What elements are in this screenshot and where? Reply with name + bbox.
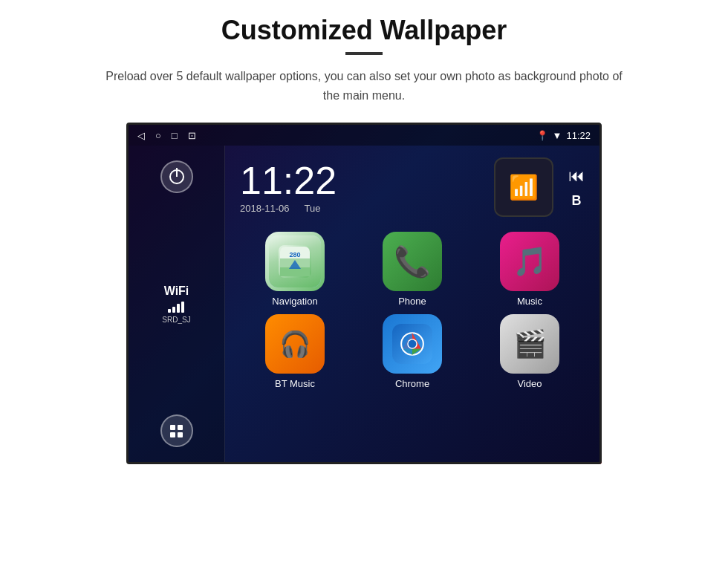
center-content: 11:22 2018-11-06 Tue 📶 ⏮ B <box>225 146 599 462</box>
svg-text:280: 280 <box>289 251 300 258</box>
wifi-bar-4 <box>181 302 184 313</box>
music-icon: 🎵 <box>500 232 559 291</box>
status-bar: ◁ ○ □ ⊡ 📍 ▼ 11:22 <box>129 125 599 146</box>
grid-dot <box>170 425 175 430</box>
app-item-btmusic[interactable]: 🎧 BT Music <box>240 314 350 389</box>
wifi-bars <box>162 301 190 313</box>
back-icon[interactable]: ◁ <box>137 130 145 141</box>
page-title: Customized Wallpaper <box>221 15 507 46</box>
power-button[interactable] <box>160 160 193 193</box>
app-item-music[interactable]: 🎵 Music <box>475 232 585 307</box>
wifi-section: WiFi SRD_SJ <box>162 284 190 324</box>
music-symbol: 🎵 <box>513 245 547 278</box>
chrome-label: Chrome <box>395 378 429 389</box>
video-label: Video <box>517 378 542 389</box>
clock-day-value: Tue <box>305 203 321 214</box>
grid-dot <box>178 425 183 430</box>
android-screen: ◁ ○ □ ⊡ 📍 ▼ 11:22 <box>126 123 602 464</box>
grid-dot <box>178 432 183 437</box>
app-grid: 280 Navigation 📞 <box>225 224 599 397</box>
phone-symbol: 📞 <box>394 244 431 279</box>
chrome-icon <box>383 314 442 374</box>
bluetooth-icon[interactable]: B <box>572 193 582 209</box>
apps-grid-button[interactable] <box>160 414 193 447</box>
page-container: Customized Wallpaper Preload over 5 defa… <box>0 0 728 563</box>
title-divider <box>345 52 383 55</box>
clock-date: 2018-11-06 Tue <box>240 203 479 214</box>
wifi-signal-icon: 📶 <box>509 173 539 201</box>
top-section: 11:22 2018-11-06 Tue 📶 ⏮ B <box>225 146 599 224</box>
status-bar-right: 📍 ▼ 11:22 <box>536 130 591 141</box>
navigation-icon: 280 <box>265 232 325 291</box>
wifi-bar-2 <box>172 307 175 313</box>
wifi-label: WiFi <box>162 284 190 298</box>
grid-dot <box>170 432 175 437</box>
top-right-icons: ⏮ B <box>568 166 585 209</box>
page-description: Preload over 5 default wallpaper options… <box>104 67 624 105</box>
status-time: 11:22 <box>566 130 591 141</box>
phone-icon: 📞 <box>383 232 442 291</box>
prev-track-icon[interactable]: ⏮ <box>568 166 585 186</box>
btmusic-icon: 🎧 <box>265 314 325 374</box>
screenshot-icon[interactable]: ⊡ <box>188 130 196 141</box>
app-item-navigation[interactable]: 280 Navigation <box>240 232 350 307</box>
wifi-name: SRD_SJ <box>162 316 190 324</box>
bluetooth-symbol: 🎧 <box>279 329 311 359</box>
recents-icon[interactable]: □ <box>172 130 178 141</box>
btmusic-label: BT Music <box>275 378 315 389</box>
clock-time: 11:22 <box>240 161 479 200</box>
music-label: Music <box>517 296 542 307</box>
phone-label: Phone <box>398 296 426 307</box>
sidebar: WiFi SRD_SJ <box>129 146 225 462</box>
navigation-label: Navigation <box>272 296 317 307</box>
wifi-bar-3 <box>177 304 180 313</box>
app-item-chrome[interactable]: Chrome <box>357 314 467 389</box>
android-screen-wrapper: ◁ ○ □ ⊡ 📍 ▼ 11:22 <box>126 123 602 464</box>
grid-dots <box>170 425 183 437</box>
video-symbol: 🎬 <box>513 328 547 359</box>
app-item-video[interactable]: 🎬 Video <box>475 314 585 389</box>
clock-section: 11:22 2018-11-06 Tue <box>240 161 479 214</box>
power-icon <box>169 169 184 184</box>
signal-app-icon[interactable]: 📶 <box>494 157 553 217</box>
app-item-phone[interactable]: 📞 Phone <box>357 232 467 307</box>
svg-point-9 <box>409 340 417 348</box>
signal-icon: ▼ <box>553 130 562 141</box>
clock-date-value: 2018-11-06 <box>240 203 290 214</box>
wifi-bar-1 <box>168 309 171 313</box>
location-icon: 📍 <box>536 130 548 141</box>
video-icon: 🎬 <box>500 314 559 374</box>
home-icon[interactable]: ○ <box>155 130 161 141</box>
main-content: WiFi SRD_SJ <box>129 146 599 462</box>
status-bar-left: ◁ ○ □ ⊡ <box>137 130 196 141</box>
